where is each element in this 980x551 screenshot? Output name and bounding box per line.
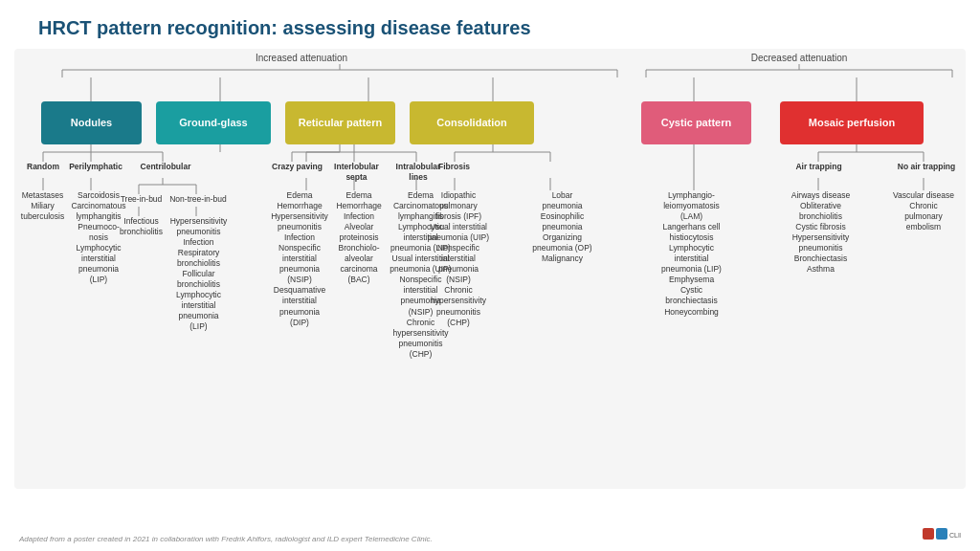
cystic-box: Cystic pattern <box>641 101 751 144</box>
footer-text: Adapted from a poster created in 2021 in… <box>19 535 433 543</box>
perilymphatic-label: Perilymphatic <box>67 162 124 172</box>
air-trapping-details: Airways diseaseObliterativebronchiolitis… <box>780 190 861 275</box>
crazy-paving-details: EdemaHemorrhageHypersensitivitypneumonit… <box>271 190 328 328</box>
logo-icon: CLINIC <box>923 524 961 543</box>
consolidation-box: Consolidation <box>410 101 534 144</box>
non-tree-in-bud-details: HypersensitivitypneumonitisInfectionResp… <box>167 216 230 333</box>
no-air-trapping-label: No air trapping <box>893 162 960 172</box>
mosaic-box: Mosaic perfusion <box>780 101 924 144</box>
crazy-paving-label: Crazy paving <box>271 162 323 172</box>
svg-text:CLINIC: CLINIC <box>949 532 961 539</box>
tree-in-bud-details: Infectiousbronchiolitis <box>115 216 167 237</box>
perilymphatic-details: SarcoidosisCarcinomatouslymphangitisPneu… <box>66 190 131 285</box>
fibrosis-details: Idiopathicpulmonaryfibrosis (IPF)Usual i… <box>426 190 491 328</box>
diagram-container: Increased attenuation Decreased attenuat… <box>14 49 966 489</box>
nodules-box: Nodules <box>41 101 142 144</box>
slide: HRCT pattern recognition: assessing dise… <box>0 0 980 551</box>
non-tree-in-bud-label: Non-tree-in-bud <box>169 194 227 205</box>
page-title: HRCT pattern recognition: assessing dise… <box>0 0 980 49</box>
random-label: Random <box>19 162 67 172</box>
reticular-box: Reticular pattern <box>285 101 395 144</box>
no-air-trapping-details: Vascular diseaseChronicpulmonaryembolism <box>885 190 962 232</box>
footer: Adapted from a poster created in 2021 in… <box>19 524 961 543</box>
air-trapping-label: Air trapping <box>788 162 850 172</box>
decreased-attenuation-label: Decreased attenuation <box>665 53 933 63</box>
svg-rect-53 <box>936 528 947 540</box>
centrilobular-label: Centrilobular <box>137 162 194 172</box>
groundglass-box: Ground-glass <box>156 101 271 144</box>
svg-rect-52 <box>923 528 934 540</box>
consolidation-other-details: LobarpneumoniaEosinophilicpneumoniaOrgan… <box>531 190 593 264</box>
interlobular-septa-details: EdemaHemorrhageInfectionAlveolarproteino… <box>330 190 388 285</box>
random-details: MetastasesMiliarytuberculosis <box>16 190 69 222</box>
increased-attenuation-label: Increased attenuation <box>110 53 493 63</box>
cystic-details: Lymphangio-leiomyomatosis(LAM)Langerhans… <box>646 190 737 318</box>
fibrosis-label: Fibrosis <box>428 162 480 172</box>
interlobular-septa-label: Interlobular septa <box>330 162 383 183</box>
